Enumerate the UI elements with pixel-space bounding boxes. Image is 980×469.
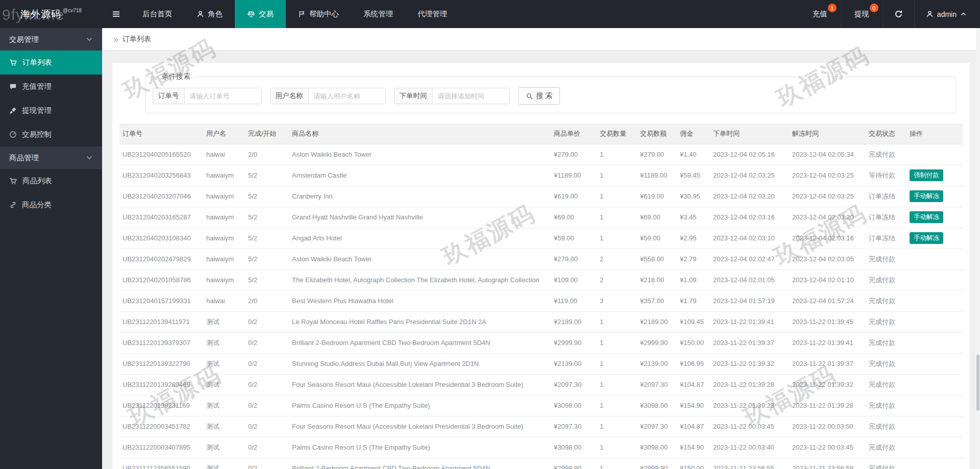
cell-amount: ¥3098.00: [637, 395, 677, 416]
cell-commission: ¥150.00: [677, 458, 710, 469]
nav-item-3[interactable]: 交易: [235, 0, 286, 28]
cell-order_no: UB2311220139322790: [119, 353, 203, 374]
quick-action-2[interactable]: 提现0: [841, 0, 883, 28]
sidebar-group-2[interactable]: 商品管理: [0, 146, 102, 169]
sidebar-item-商品列表[interactable]: 商品列表: [0, 169, 102, 193]
nav-item-4[interactable]: 帮助中心: [286, 0, 351, 28]
cell-user: haiwai: [203, 144, 245, 165]
sidebar-item-订单列表[interactable]: 订单列表: [0, 51, 102, 75]
quick-action-1[interactable]: 充值1: [799, 0, 841, 28]
cell-product: Stunning Studio,Address Dubai Mall,Burj …: [289, 353, 551, 374]
cell-progress: 5/2: [245, 186, 289, 207]
cell-progress: 0/2: [245, 353, 289, 374]
cell-order_no: UB2311220139231169: [119, 395, 203, 416]
search-button-label: 搜 索: [536, 91, 553, 101]
cell-progress: 0/2: [245, 416, 289, 437]
quick-action-label: 提现: [854, 9, 869, 19]
chat-icon: [9, 83, 17, 90]
cell-unit_price: ¥279.00: [551, 249, 597, 269]
sidebar-item-交易控制[interactable]: 交易控制: [0, 122, 102, 146]
cell-order_time: 2023-12-04 01:57:19: [710, 290, 789, 311]
nav-item-label: 系统管理: [363, 9, 393, 19]
scrollbar-thumb[interactable]: [976, 355, 979, 411]
cell-status: 完成付款: [866, 458, 906, 469]
cell-unit_price: ¥3098.00: [551, 437, 597, 458]
user-menu[interactable]: admin: [914, 0, 980, 28]
nav-item-2[interactable]: 角色: [184, 0, 235, 28]
nav-item-label: 角色: [208, 9, 223, 19]
action-button-手动解冻[interactable]: 手动解冻: [910, 190, 943, 202]
cell-amount: ¥2999.90: [637, 332, 677, 353]
cell-order_no: UB2311220003407895: [119, 437, 203, 458]
cell-status: 完成付款: [866, 290, 906, 311]
sidebar-item-充值管理[interactable]: 充值管理: [0, 75, 102, 98]
nav-item-6[interactable]: 代理管理: [405, 0, 459, 28]
cell-actions: [906, 311, 963, 332]
cell-amount: ¥2999.90: [637, 458, 677, 469]
notification-badge: 0: [870, 4, 878, 12]
table-row: UB2312040203165287haiwaiym5/2Grand Hyatt…: [119, 207, 963, 228]
cell-amount: ¥558.00: [637, 249, 677, 269]
column-header: 操作: [906, 124, 963, 144]
cell-commission: ¥59.45: [677, 165, 710, 186]
cell-commission: ¥1.40: [677, 144, 710, 165]
cell-order_time: 2023-11-21 23:56:55: [710, 458, 789, 469]
sidebar-group-label: 交易管理: [9, 35, 39, 44]
search-field-group-2: 用户名称: [270, 88, 386, 104]
cell-unfreeze_time: 2023-12-04 02:05:34: [789, 144, 866, 165]
cell-actions: [906, 416, 963, 437]
action-button-强制付款[interactable]: 强制付款: [910, 169, 943, 181]
cell-order_time: 2023-12-04 02:05:16: [710, 144, 789, 165]
cell-user: haiwaiym: [203, 207, 245, 228]
sidebar-item-商品分类[interactable]: 商品分类: [0, 193, 102, 217]
hamburger-menu-icon[interactable]: [102, 0, 130, 28]
cell-actions: 手动解冻: [906, 186, 963, 207]
nav-item-5[interactable]: 系统管理: [351, 0, 405, 28]
cell-amount: ¥2139.00: [637, 353, 677, 374]
cell-amount: ¥279.00: [637, 144, 677, 165]
cell-product: Cranberry Inn: [289, 186, 551, 207]
table-row: UB2311220139379307测试0/2Brilliant 2-Bedro…: [119, 332, 963, 353]
cell-order_no: UB2311220003451782: [119, 416, 203, 437]
cell-status: 完成付款: [866, 353, 906, 374]
cell-actions: [906, 332, 963, 353]
cell-order_time: 2023-12-04 02:02:47: [710, 249, 789, 269]
action-button-手动解冻[interactable]: 手动解冻: [910, 211, 943, 223]
cell-status: 完成付款: [866, 395, 906, 416]
cell-order_time: 2023-12-04 02:03:16: [710, 207, 789, 228]
refresh-button[interactable]: [883, 0, 914, 28]
cell-product: Brilliant 2-Bedroom Apartment CBD Two-Be…: [289, 458, 551, 469]
cell-status: 完成付款: [866, 311, 906, 332]
cell-unfreeze_time: 2023-12-04 02:03:16: [789, 228, 866, 249]
cell-unit_price: ¥2999.90: [551, 332, 597, 353]
cell-product: Le Royal Monceau Hotel Raffles Paris Pre…: [289, 311, 551, 332]
cell-unit_price: ¥2097.30: [551, 416, 597, 437]
cell-unit_price: ¥619.00: [551, 186, 597, 207]
cell-status: 完成付款: [866, 437, 906, 458]
cell-progress: 5/2: [245, 165, 289, 186]
cell-commission: ¥104.87: [677, 374, 710, 395]
search-input-2[interactable]: [309, 88, 385, 104]
action-button-手动解冻[interactable]: 手动解冻: [910, 232, 943, 244]
flag-icon: [298, 10, 306, 18]
search-input-1[interactable]: [185, 88, 261, 104]
cell-status: 订单冻结: [866, 228, 906, 249]
table-row: UB2311220139322790测试0/2Stunning Studio,A…: [119, 353, 963, 374]
cell-qty: 2: [597, 249, 637, 269]
cell-product: Grand Hyatt Nashville Grand Hyatt Nashvi…: [289, 207, 551, 228]
sidebar-item-提现管理[interactable]: 提现管理: [0, 98, 102, 122]
table-row: UB2311220139231169测试0/2Palms Casino Reso…: [119, 395, 963, 416]
cell-unit_price: ¥279.00: [551, 144, 597, 165]
column-header: 交易数量: [597, 124, 637, 144]
cell-actions: 手动解冻: [906, 207, 963, 228]
cell-actions: [906, 437, 963, 458]
search-input-3[interactable]: [433, 88, 509, 104]
cell-status: 完成付款: [866, 144, 906, 165]
sidebar-group-1[interactable]: 交易管理: [0, 28, 102, 51]
breadcrumb-chevrons-icon: »: [113, 35, 118, 44]
cell-order_no: UB2312040202479829: [119, 249, 203, 269]
search-button[interactable]: 搜 索: [518, 87, 560, 105]
cell-actions: [906, 144, 963, 165]
cell-product: Aston Waikiki Beach Tower: [289, 144, 551, 165]
nav-item-1[interactable]: 后台首页: [130, 0, 184, 28]
